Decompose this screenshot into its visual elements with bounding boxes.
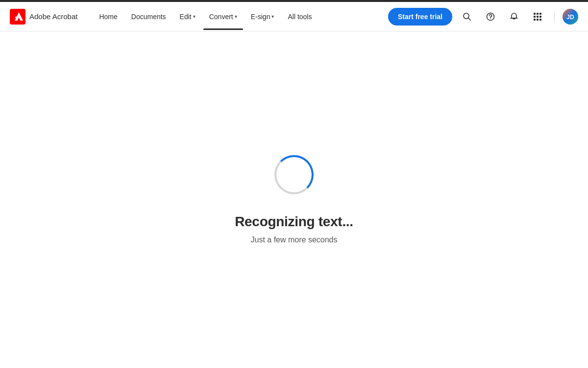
nav-links: Home Documents Edit ▾ Convert ▾ E-sign ▾… — [93, 9, 388, 25]
svg-line-2 — [468, 18, 470, 20]
nav-all-tools[interactable]: All tools — [282, 9, 318, 25]
start-free-trial-button[interactable]: Start free trial — [388, 8, 452, 26]
nav-edit[interactable]: Edit ▾ — [174, 9, 201, 25]
help-button[interactable] — [482, 8, 499, 26]
nav-divider — [554, 11, 555, 23]
nav-convert[interactable]: Convert ▾ — [203, 9, 243, 25]
help-icon — [486, 12, 495, 21]
esign-chevron: ▾ — [271, 14, 274, 19]
search-button[interactable] — [458, 8, 476, 26]
grid-icon — [534, 13, 541, 21]
grid-button[interactable] — [529, 8, 546, 26]
nav-home[interactable]: Home — [93, 9, 123, 25]
avatar-image: JD — [563, 9, 578, 25]
convert-chevron: ▾ — [235, 14, 237, 19]
nav-esign[interactable]: E-sign ▾ — [245, 9, 280, 25]
bell-button[interactable] — [505, 8, 523, 26]
bell-icon — [510, 12, 518, 21]
avatar[interactable]: JD — [563, 9, 578, 25]
loading-spinner — [274, 155, 314, 194]
nav-documents[interactable]: Documents — [125, 9, 172, 25]
edit-chevron: ▾ — [193, 14, 196, 19]
svg-point-4 — [490, 18, 491, 19]
svg-text:JD: JD — [566, 14, 574, 21]
nav-actions: Start free trial — [388, 8, 578, 26]
spinner-circle — [274, 155, 314, 194]
main-content: Recognizing text... Just a few more seco… — [0, 31, 588, 368]
loading-title: Recognizing text... — [235, 214, 353, 230]
logo[interactable]: Adobe Acrobat — [10, 9, 77, 25]
brand-name: Adobe Acrobat — [29, 12, 77, 21]
adobe-icon — [10, 9, 25, 25]
navigation: Adobe Acrobat Home Documents Edit ▾ Conv… — [0, 2, 588, 31]
loading-subtitle: Just a few more seconds — [251, 236, 338, 244]
search-icon — [463, 12, 471, 21]
